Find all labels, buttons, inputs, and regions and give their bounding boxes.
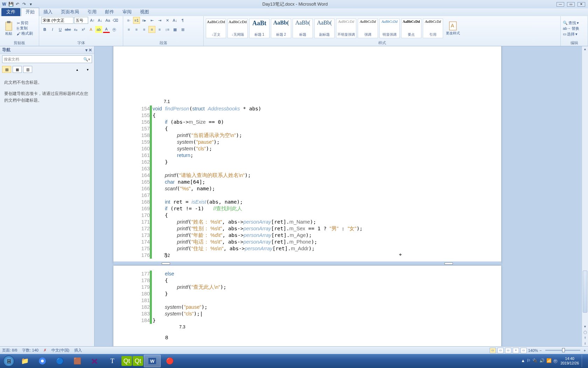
bullets-button[interactable]: ≡· <box>125 17 132 24</box>
taskbar-explorer[interactable]: 📁 <box>16 355 33 367</box>
nav-tab-pages[interactable]: ▦ <box>13 66 22 73</box>
style-item[interactable]: AaBbCcDd要点 <box>401 19 421 38</box>
enclose-char[interactable]: ㊥ <box>111 26 118 33</box>
taskbar-clock[interactable]: 14:40 2019/12/26 <box>560 356 579 365</box>
nav-prev[interactable]: ▴ <box>72 66 82 73</box>
status-page[interactable]: 页面: 8/8 <box>2 348 17 353</box>
scroll-thumb[interactable] <box>583 271 587 313</box>
font-name-combo[interactable]: 宋体 (中文正 <box>41 17 74 24</box>
tab-mailings[interactable]: 邮件 <box>101 8 118 16</box>
nav-tab-results[interactable]: ▥ <box>23 66 32 73</box>
find-button[interactable]: 🔍 查找 ▾ <box>563 20 579 26</box>
subscript-button[interactable]: x₂ <box>72 26 79 33</box>
numbering-button[interactable]: ≡1 <box>133 17 140 24</box>
replace-button[interactable]: ab→ 替换 <box>563 26 579 31</box>
prev-page[interactable]: ⇑ <box>582 335 588 341</box>
tab-references[interactable]: 引用 <box>83 8 101 16</box>
shrink-font[interactable]: A↓ <box>97 17 104 24</box>
style-item[interactable]: AaBt标题 1 <box>249 19 270 38</box>
status-proofing[interactable]: ✗ <box>43 348 47 353</box>
justify[interactable]: ≡ <box>148 26 155 33</box>
tab-review[interactable]: 审阅 <box>118 8 136 16</box>
sort-button[interactable]: A↓ <box>172 17 178 24</box>
tab-insert[interactable]: 插入 <box>39 8 57 16</box>
change-styles-button[interactable]: A 更改样式 <box>444 19 461 38</box>
tray-icons[interactable]: ▲ ⚐ 🔌 🔊 📶 ㊥ <box>521 358 558 364</box>
save-button[interactable]: 💾 <box>8 1 14 7</box>
maximize-button[interactable]: ▭ <box>567 2 575 7</box>
copy-button[interactable]: ⎘ 复制 <box>17 26 33 31</box>
font-color-button[interactable]: A <box>103 26 110 33</box>
document-viewport[interactable]: 7.1 154void findPerson(struct Addressboo… <box>94 46 588 346</box>
scroll-up[interactable]: ▲ <box>582 46 588 52</box>
redo-button[interactable]: ↷ <box>21 1 27 7</box>
view-outline[interactable]: ≡ <box>513 348 519 353</box>
taskbar-word[interactable]: W <box>144 355 161 367</box>
style-item[interactable]: AaBbCcDd不明显强调 <box>336 19 356 38</box>
tray-network-icon[interactable]: 📶 <box>546 358 552 364</box>
show-marks[interactable]: ¶ <box>179 17 186 24</box>
align-left[interactable]: ≡ <box>125 26 132 33</box>
highlight-button[interactable]: ab <box>95 26 102 33</box>
taskbar-text[interactable]: T <box>104 355 121 367</box>
taskbar-qt2[interactable]: Qt <box>133 356 143 366</box>
view-fullscreen[interactable]: ▭ <box>497 348 504 353</box>
view-web[interactable]: ▭ <box>505 348 511 353</box>
tab-home[interactable]: 开始 <box>21 8 39 16</box>
page-gap[interactable] <box>113 261 501 266</box>
tray-up-icon[interactable]: ▲ <box>521 358 525 364</box>
bold-button[interactable]: B <box>41 26 48 33</box>
shading-button[interactable]: ▦ <box>172 26 178 33</box>
taskbar-app-blue[interactable]: 🔵 <box>51 355 68 367</box>
zoom-in[interactable]: + <box>584 348 586 353</box>
nav-search-input[interactable]: 搜索文档 🔍▾ <box>2 55 92 63</box>
view-print-layout[interactable]: ▭ <box>490 348 496 353</box>
show-desktop[interactable] <box>582 355 585 367</box>
change-case[interactable]: Aa <box>104 17 111 24</box>
tray-power-icon[interactable]: 🔌 <box>532 358 538 364</box>
format-painter-button[interactable]: 🖌 格式刷 <box>17 31 33 36</box>
tray-flag-icon[interactable]: ⚐ <box>527 358 531 364</box>
style-item[interactable]: AaBb(标题 2 <box>271 19 291 38</box>
start-button[interactable]: ⊞ <box>1 355 16 367</box>
tab-file[interactable]: 文件 <box>1 8 20 16</box>
style-item[interactable]: AaBbCcDd明显强调 <box>379 19 400 38</box>
superscript-button[interactable]: x² <box>80 26 87 33</box>
align-center[interactable]: ≡ <box>133 26 140 33</box>
align-right[interactable]: ≡ <box>141 26 148 33</box>
tab-view[interactable]: 视图 <box>136 8 153 16</box>
zoom-out[interactable]: − <box>539 348 541 353</box>
clear-formatting[interactable]: ⌫ <box>112 17 119 24</box>
vertical-scrollbar[interactable]: ▲ ▼ ◯ ⇑ ⇓ <box>582 46 588 346</box>
styles-gallery[interactable]: AaBbCcDd↓正文AaBbCcDd↓无间隔AaBt标题 1AaBb(标题 2… <box>206 19 443 38</box>
grow-font[interactable]: A↑ <box>89 17 96 24</box>
font-size-combo[interactable]: 五号 <box>74 17 88 24</box>
nav-dropdown[interactable]: ▾ <box>85 48 88 53</box>
underline-button[interactable]: U <box>57 26 64 33</box>
tray-volume-icon[interactable]: 🔊 <box>539 358 545 364</box>
distributed[interactable]: ≡ <box>156 26 163 33</box>
taskbar-visualstudio[interactable] <box>86 355 103 367</box>
undo-button[interactable]: ↶ <box>15 1 20 7</box>
select-button[interactable]: ▭ 选择 ▾ <box>563 32 579 37</box>
nav-tab-headings[interactable]: ▤ <box>2 66 11 73</box>
taskbar-chrome[interactable] <box>34 355 51 367</box>
style-item[interactable]: AaBbCcDd↓无间隔 <box>227 19 248 38</box>
cut-button[interactable]: ✂ 剪切 <box>17 21 33 26</box>
search-icon[interactable]: 🔍▾ <box>83 57 90 62</box>
strikethrough-button[interactable]: abc <box>64 26 71 33</box>
close-button[interactable]: ✕ <box>578 2 585 7</box>
minimize-button[interactable]: — <box>556 2 564 7</box>
status-language[interactable]: 中文(中国) <box>51 348 69 353</box>
taskbar-qt1[interactable]: Qt <box>121 356 132 366</box>
zoom-level[interactable]: 140% <box>528 348 538 353</box>
qat-customize[interactable]: ▾ <box>28 1 34 7</box>
style-item[interactable]: AaBb(标题 <box>293 19 313 38</box>
next-page[interactable]: ⇓ <box>582 341 588 346</box>
line-spacing[interactable]: ↕≡ <box>164 26 171 33</box>
style-item[interactable]: AaBbCcDd引用 <box>423 19 443 38</box>
tab-layout[interactable]: 页面布局 <box>57 8 83 16</box>
zoom-slider[interactable] <box>545 350 580 351</box>
text-effects[interactable]: A <box>88 26 94 33</box>
increase-indent[interactable]: ⇥ <box>156 17 163 24</box>
